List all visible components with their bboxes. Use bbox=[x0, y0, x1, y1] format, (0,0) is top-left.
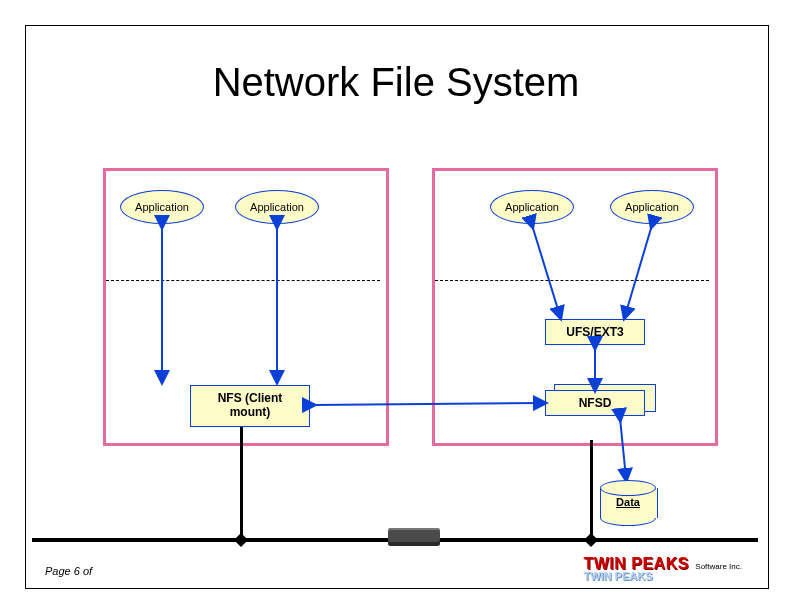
network-drop-left bbox=[240, 427, 243, 539]
application-ellipse-right-1: Application bbox=[490, 190, 574, 224]
application-ellipse-right-2: Application bbox=[610, 190, 694, 224]
brand-footer: TWIN PEAKS Software Inc. TWIN PEAKS bbox=[583, 555, 742, 582]
data-cylinder-label: Data bbox=[600, 496, 656, 508]
application-ellipse-left-2: Application bbox=[235, 190, 319, 224]
data-cylinder: Data bbox=[600, 480, 656, 526]
page-number: Page 6 of bbox=[45, 565, 92, 577]
nfs-client-box: NFS (Client mount) bbox=[190, 385, 310, 427]
user-kernel-divider-left bbox=[106, 280, 380, 281]
network-switch-icon bbox=[388, 528, 440, 546]
network-drop-right bbox=[590, 440, 593, 539]
ufs-ext3-box: UFS/EXT3 bbox=[545, 319, 645, 345]
slide: Network File System Application Applicat… bbox=[0, 0, 792, 612]
nfsd-box: NFSD bbox=[545, 390, 645, 416]
application-ellipse-left-1: Application bbox=[120, 190, 204, 224]
user-kernel-divider-right bbox=[435, 280, 709, 281]
brand-top-suffix: Software Inc. bbox=[695, 562, 742, 571]
slide-title: Network File System bbox=[0, 60, 792, 105]
